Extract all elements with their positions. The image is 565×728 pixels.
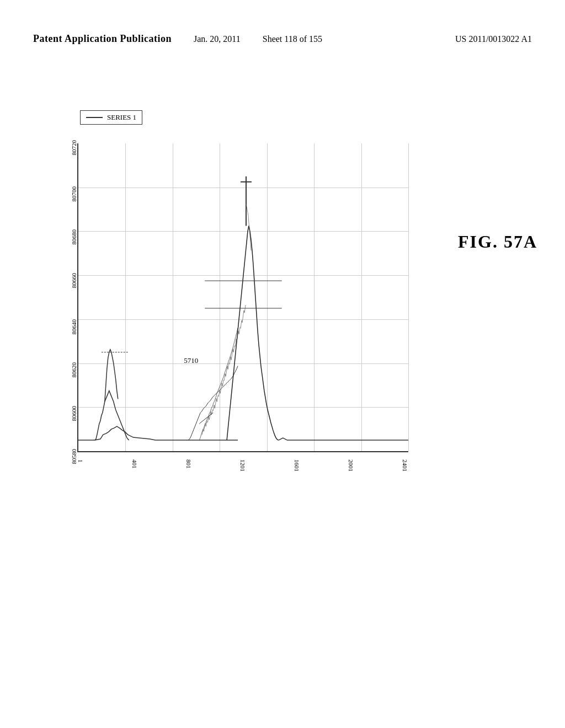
y-label-6: 80680	[70, 229, 77, 245]
chart-plot-area: 5710	[77, 143, 408, 452]
y-label-7: 80700	[70, 186, 77, 202]
x-label-3: 801	[185, 459, 192, 469]
grid-line-v7	[408, 143, 409, 451]
x-label-6: 2001	[348, 459, 354, 472]
x-label-1: 1	[77, 459, 84, 463]
legend-label: SERIES 1	[107, 113, 136, 122]
x-label-5: 1601	[294, 459, 300, 472]
patent-number: US 2011/0013022 A1	[455, 34, 532, 44]
chart-svg	[78, 143, 408, 451]
sheet-info: Sheet 118 of 155	[263, 34, 322, 44]
y-axis-labels: 80580 80600 80620 80640 80660 80680 8070…	[44, 143, 74, 452]
y-label-5: 80660	[70, 273, 77, 288]
x-axis-labels: 1 401 801 1201 1601 2001 2401	[77, 455, 408, 485]
x-label-4: 1201	[239, 459, 246, 472]
publication-date: Jan. 20, 2011	[194, 34, 241, 44]
publication-title: Patent Application Publication	[33, 33, 172, 45]
x-label-2: 401	[131, 459, 138, 469]
annotation-5710: 5710	[184, 356, 198, 365]
y-label-1: 80580	[70, 449, 77, 464]
page-header: Patent Application Publication Jan. 20, …	[0, 33, 565, 45]
chart-container: SERIES 1	[44, 110, 475, 485]
x-label-7: 2401	[402, 459, 408, 472]
y-label-2: 80600	[70, 406, 77, 421]
legend-line-symbol	[86, 117, 103, 118]
y-label-8: 80720	[70, 140, 77, 156]
y-label-3: 80620	[70, 362, 77, 378]
chart-legend: SERIES 1	[80, 110, 142, 125]
y-label-4: 80640	[70, 319, 77, 335]
figure-label: FIG. 57A	[458, 232, 537, 252]
